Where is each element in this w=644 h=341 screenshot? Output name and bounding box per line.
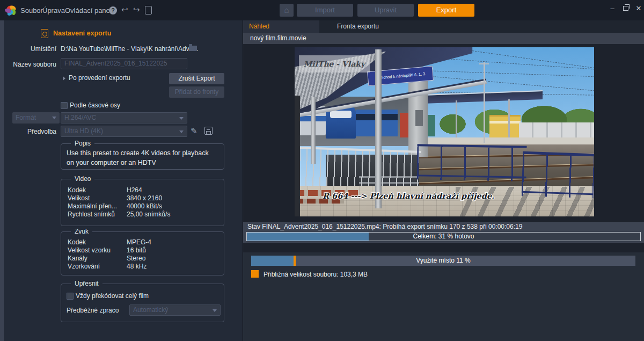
transcode-checkbox-label[interactable]: Vždy překódovat celý film [76,292,149,300]
photo-blue-railing-midbar [417,175,526,178]
video-row-label: Kodek [68,186,86,194]
panel-scrollbar[interactable] [0,20,4,341]
photo-pillar-panel [415,110,423,126]
photo-steel-column [375,49,382,208]
application-window: Soubor Úprava Ovládací panel ? ↩ ↪ ⌂ Imp… [0,0,644,341]
disk-usage-bar: Využité místo 11 % [251,256,635,266]
redo-icon[interactable]: ↪ [133,5,140,14]
document-icon[interactable] [145,6,152,14]
after-export-label[interactable]: Po provedení exportu [69,74,130,82]
tab-nahled[interactable]: Náhled [243,20,319,33]
location-value: D:\Na YouTube\MilThe - Vlaky\K nahrání\A… [61,45,198,53]
total-progress-label: Celkem: 31 % hotovo [247,233,640,241]
prerender-dropdown[interactable]: Automatický [129,304,221,316]
video-row-value: 3840 x 2160 [127,194,162,202]
export-status-band: Stav FINAL_Advent2025_016_15122025.mp4: … [243,222,644,243]
photo-left-edge [295,96,300,216]
video-preview-frame: ↓ příchod k nástupišti č. 1, 3 MilThe - … [295,47,594,216]
video-row-label: Rychlost snímků [68,211,115,218]
panel-title: Nastavení exportu [53,30,111,37]
timeline-checkbox[interactable] [61,102,68,109]
import-button[interactable]: Import [297,4,353,17]
photo-blue-railing-midbar [522,191,594,195]
filename-label: Název souboru [0,61,56,68]
app-logo-icon [5,4,18,17]
tab-fronta-exportu[interactable]: Fronta exportu [314,20,434,33]
add-to-queue-button[interactable]: Přidat do fronty [169,86,224,98]
save-preset-icon[interactable] [204,127,213,135]
edit-preset-icon[interactable]: ✎ [191,126,197,136]
photo-building-band [489,121,521,124]
advanced-legend: Upřesnit [71,280,103,287]
video-row-value: H264 [127,186,142,194]
audio-row-value: MPEG-4 [127,238,151,246]
audio-row-value: Stereo [127,255,145,262]
export-settings-icon [41,29,48,38]
export-button[interactable]: Export [418,4,474,17]
filename-input[interactable]: FINAL_Advent2025_016_15122025 [61,58,187,69]
photo-canopy-post [508,99,510,138]
close-button[interactable]: ✕ [633,4,644,12]
cancel-export-button[interactable]: Zrušit Export [169,73,224,84]
preview-tabbar: Náhled Fronta exportu [243,20,644,33]
preset-value: Ultra HD (4K) [64,127,103,135]
restore-icon-back [625,4,630,9]
video-info-group: Video Kodek H264 Velikost 3840 x 2160 Ma… [61,179,224,226]
photo-train-windshield [330,111,352,118]
chevron-down-icon [179,117,184,120]
folder-tab [189,44,192,46]
export-settings-icon-gear [42,32,47,37]
format-value-dropdown[interactable]: H.264/AVC [61,112,187,124]
format-dropdown-label: Formát [16,114,36,121]
audio-row-value: 16 bitů [127,246,146,254]
video-row-label: Velikost [68,194,90,202]
description-group: Popis Use this preset to create 4K video… [61,143,224,170]
video-row-label: Maximální přen... [68,202,117,210]
chevron-down-icon [213,309,217,312]
help-icon[interactable]: ? [109,6,117,14]
floppy-bottom [206,131,211,134]
audio-row-value: 48 kHz [127,263,147,270]
file-size-text: Přibližná velikost souboru: 103,3 MB [264,271,368,278]
title-bar: Soubor Úprava Ovládací panel ? ↩ ↪ ⌂ Imp… [0,0,644,20]
preset-dropdown[interactable]: Ultra HD (4K) [61,126,187,137]
undo-icon[interactable]: ↩ [121,5,128,14]
transcode-checkbox[interactable] [67,293,74,300]
video-legend: Video [71,175,94,183]
video-row-value: 40000 kBit/s [127,202,162,210]
edit-button[interactable]: Upravit [357,4,414,17]
format-dropdown[interactable]: Formát [12,112,60,124]
menu-soubor[interactable]: Soubor [20,6,43,14]
photo-blue-railing-near [522,151,594,199]
chevron-down-icon [179,130,184,133]
description-legend: Popis [71,140,94,147]
disk-usage-band: Využité místo 11 % Přibližná velikost so… [243,252,644,341]
floppy-top [207,127,210,130]
audio-row-label: Kanály [68,255,87,262]
photo-watermark: MilThe - Vlaky [299,55,370,72]
expander-arrow-icon[interactable] [63,76,65,81]
menu-uprava[interactable]: Úprava [42,6,65,14]
file-size-swatch [251,270,259,278]
prerender-value: Automatický [133,306,168,314]
preview-panel: Náhled Fronta exportu nový film.film.mov… [243,20,644,341]
browse-folder-icon[interactable] [189,46,197,51]
chevron-down-icon [52,117,56,119]
location-label: Umístění [0,45,56,53]
video-row-value: 25,00 snímků/s [127,211,170,218]
export-settings-panel: Nastavení exportu Umístění D:\Na YouTube… [0,20,243,341]
photo-blue-railing-far [416,144,526,182]
minimize-button[interactable]: – [607,4,618,12]
menu-ovladaci-panel[interactable]: Ovládací panel [65,6,112,14]
audio-row-label: Velikost vzorku [68,246,111,254]
photo-light-pole [484,62,485,143]
home-button[interactable]: ⌂ [280,4,294,17]
timeline-checkbox-label[interactable]: Podle časové osy [70,101,120,109]
photo-canopy-post [456,100,457,139]
audio-info-group: Zvuk Kodek MPEG-4 Velikost vzorku 16 bit… [61,231,224,275]
photo-yellow-building [489,115,521,139]
prerender-label: Předběžné zpraco [67,307,119,314]
restore-button[interactable] [623,6,628,11]
photo-caption: R 664 ---> Plzeň hlavní nádraží přijede. [323,191,494,200]
export-status-text: Stav FINAL_Advent2025_016_15122025.mp4: … [247,223,522,230]
